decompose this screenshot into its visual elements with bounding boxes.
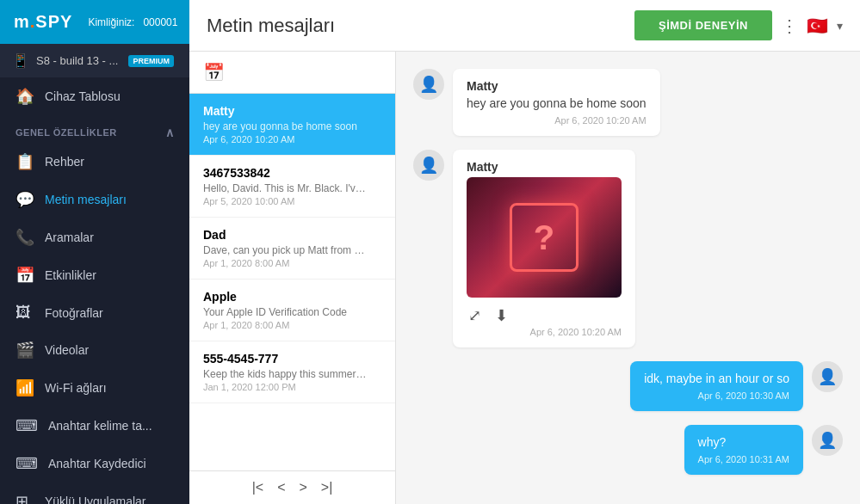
sidebar-item-videos[interactable]: 🎬 Videolar <box>0 331 189 369</box>
sidebar-item-label: Aramalar <box>45 230 94 244</box>
message-time: Apr 6, 2020 10:30 AM <box>644 390 789 401</box>
sidebar-item-contacts[interactable]: 📋 Rehber <box>0 143 189 181</box>
message-time: Apr 6, 2020 10:31 AM <box>698 454 789 464</box>
sidebar-item-dashboard[interactable]: 🏠 Cihaz Tablosu <box>0 77 189 115</box>
apps-icon: ⊞ <box>15 492 34 504</box>
keylogger-icon: ⌨ <box>15 454 38 473</box>
messages-layout: 📅 Matty hey are you gonna be home soon A… <box>189 52 860 504</box>
page-title: Metin mesajları <box>207 15 335 37</box>
keyboard-icon: ⌨ <box>15 416 38 435</box>
message-image: ? <box>467 177 622 298</box>
sidebar-item-label: Etkinlikler <box>45 268 96 282</box>
sidebar-item-messages[interactable]: 💬 Metin mesajları <box>0 181 189 218</box>
image-actions: ⤢ ⬇ <box>467 304 622 327</box>
conversation-item[interactable]: Dad Dave, can you pick up Matt from scho… <box>189 218 395 280</box>
photos-icon: 🖼 <box>15 304 34 322</box>
message-item: 👤 why? Apr 6, 2020 10:31 AM <box>684 425 843 475</box>
message-sender: Matty <box>467 160 622 174</box>
sidebar: m.SPY Kimliğiniz: 000001 📱 S8 - build 13… <box>0 0 189 504</box>
sidebar-item-keylogger[interactable]: ⌨ Anahtar Kaydedici <box>0 445 189 482</box>
message-text: idk, maybe in an hour or so <box>644 372 789 385</box>
message-text: why? <box>698 435 789 449</box>
person-icon: 👤 <box>419 156 438 175</box>
messages-icon: 💬 <box>15 190 34 209</box>
first-page-button[interactable]: |< <box>249 478 268 497</box>
person-icon: 👤 <box>818 367 837 386</box>
message-bubble: why? Apr 6, 2020 10:31 AM <box>684 425 803 475</box>
message-bubble: idk, maybe in an hour or so Apr 6, 2020 … <box>630 361 803 411</box>
top-bar-right: ŞİMDİ DENEYİN ⋮ 🇹🇷 ▾ <box>634 10 843 40</box>
wifi-icon: 📶 <box>15 378 34 397</box>
sidebar-item-label: Yüklü Uygulamalar <box>45 495 146 504</box>
person-icon: 👤 <box>419 75 438 94</box>
message-item: 👤 Matty ? ⤢ ⬇ Apr 6, 2020 10:20 AM <box>413 150 714 347</box>
sidebar-item-apps[interactable]: ⊞ Yüklü Uygulamalar <box>0 482 189 504</box>
conversation-item[interactable]: Matty hey are you gonna be home soon Apr… <box>189 94 395 156</box>
conv-name: Apple <box>203 290 381 304</box>
conv-preview: Your Apple ID Verification Code <box>203 306 367 318</box>
sidebar-item-label: Wi-Fi ağları <box>45 381 107 395</box>
conversation-item[interactable]: 555-4545-777 Keep the kids happy this su… <box>189 341 395 403</box>
avatar: 👤 <box>413 69 444 100</box>
conv-time: Apr 1, 2020 8:00 AM <box>203 320 381 330</box>
prev-page-button[interactable]: < <box>274 478 288 497</box>
download-button[interactable]: ⬇ <box>493 304 510 327</box>
user-label: Kimliğiniz: <box>88 16 134 28</box>
conversation-item[interactable]: 3467533842 Hello, David. This is Mr. Bla… <box>189 156 395 218</box>
conv-preview: Keep the kids happy this summer with ... <box>203 368 367 380</box>
more-options-icon[interactable]: ⋮ <box>781 15 798 36</box>
fullscreen-button[interactable]: ⤢ <box>467 304 483 327</box>
message-time: Apr 6, 2020 10:20 AM <box>467 115 647 126</box>
calls-icon: 📞 <box>15 228 34 247</box>
question-mark-box: ? <box>510 203 578 272</box>
conv-name: Dad <box>203 228 381 242</box>
sidebar-header: m.SPY Kimliğiniz: 000001 <box>0 0 189 44</box>
sidebar-item-wifi[interactable]: 📶 Wi-Fi ağları <box>0 369 189 407</box>
conv-preview: Dave, can you pick up Matt from schoo... <box>203 244 367 256</box>
section-label: GENEL ÖZELLİKLER ∧ <box>0 115 189 143</box>
next-page-button[interactable]: > <box>296 478 311 497</box>
conv-name: 3467533842 <box>203 166 381 180</box>
sidebar-item-label: Rehber <box>45 155 84 169</box>
chevron-down-icon[interactable]: ▾ <box>837 19 843 33</box>
conv-time: Apr 6, 2020 10:20 AM <box>203 134 381 144</box>
events-icon: 📅 <box>15 266 34 285</box>
conv-time: Jan 1, 2020 12:00 PM <box>203 382 381 392</box>
conv-header: 📅 <box>189 52 395 94</box>
conversation-list: Matty hey are you gonna be home soon Apr… <box>189 94 395 470</box>
videos-icon: 🎬 <box>15 341 34 360</box>
conversation-panel: 📅 Matty hey are you gonna be home soon A… <box>189 52 396 504</box>
sidebar-item-label: Cihaz Tablosu <box>45 89 121 103</box>
question-mark-icon: ? <box>534 218 554 257</box>
conv-name: 555-4545-777 <box>203 352 381 366</box>
last-page-button[interactable]: >| <box>318 478 337 497</box>
message-text: hey are you gonna be home soon <box>467 96 647 110</box>
sidebar-item-label: Metin mesajları <box>45 193 127 206</box>
message-item: 👤 idk, maybe in an hour or so Apr 6, 202… <box>630 361 843 411</box>
sidebar-item-label: Anahtar kelime ta... <box>48 419 152 433</box>
message-detail: 👤 Matty hey are you gonna be home soon A… <box>396 52 860 504</box>
conv-time: Apr 1, 2020 8:00 AM <box>203 258 381 268</box>
conv-preview: hey are you gonna be home soon <box>203 120 367 132</box>
calendar-icon[interactable]: 📅 <box>203 63 225 82</box>
conversation-item[interactable]: Apple Your Apple ID Verification Code Ap… <box>189 280 395 341</box>
sidebar-item-events[interactable]: 📅 Etkinlikler <box>0 256 189 294</box>
flag-icon: 🇹🇷 <box>807 15 828 36</box>
logo: m.SPY <box>14 12 72 32</box>
home-icon: 🏠 <box>15 87 34 106</box>
avatar: 👤 <box>812 425 843 456</box>
contacts-icon: 📋 <box>15 152 34 171</box>
conv-name: Matty <box>203 104 381 118</box>
device-name: S8 - build 13 - ... <box>36 54 118 67</box>
sidebar-item-label: Videolar <box>45 343 89 357</box>
chevron-up-icon[interactable]: ∧ <box>165 126 175 139</box>
pagination: |< < > >| <box>189 470 395 504</box>
top-bar: Metin mesajları ŞİMDİ DENEYİN ⋮ 🇹🇷 ▾ <box>189 0 860 52</box>
sidebar-item-calls[interactable]: 📞 Aramalar <box>0 218 189 256</box>
sidebar-item-keyword[interactable]: ⌨ Anahtar kelime ta... <box>0 407 189 445</box>
message-bubble: Matty hey are you gonna be home soon Apr… <box>453 69 660 136</box>
try-now-button[interactable]: ŞİMDİ DENEYİN <box>634 10 772 40</box>
sidebar-item-photos[interactable]: 🖼 Fotoğraflar <box>0 294 189 331</box>
premium-badge: PREMIUM <box>128 55 174 67</box>
person-icon: 👤 <box>818 431 837 450</box>
